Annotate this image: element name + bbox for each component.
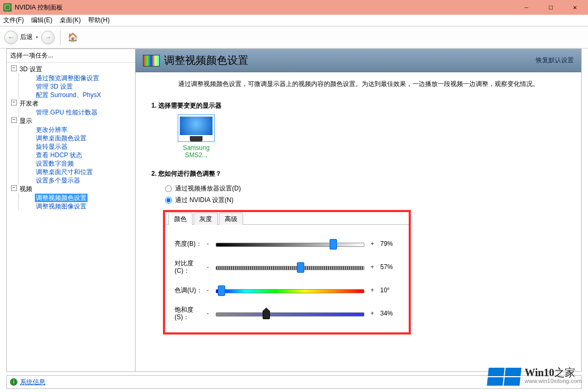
- hue-value: 10°: [376, 286, 399, 294]
- tree-node-dev: − 开发者 管理 GPU 性能计数器: [8, 99, 134, 117]
- back-label: 后退: [20, 33, 33, 42]
- tree-item[interactable]: 更改分辨率: [20, 126, 134, 134]
- tree-item[interactable]: 调整视频图像设置: [20, 202, 134, 211]
- task-tree-header: 选择一项任务...: [7, 49, 135, 63]
- contrast-slider[interactable]: [216, 263, 364, 271]
- tree-item[interactable]: 配置 Surround、PhysX: [20, 91, 134, 99]
- contrast-minus[interactable]: -: [204, 263, 211, 271]
- tree-item[interactable]: 查看 HDCP 状态: [20, 151, 134, 159]
- window-controls: ─ ☐ ✕: [514, 0, 587, 15]
- back-icon: ←: [4, 31, 18, 44]
- tab-color[interactable]: 颜色: [168, 213, 192, 225]
- toolbar: ← 后退 ▾ → 🏠: [0, 26, 588, 49]
- info-icon: i: [10, 378, 17, 386]
- menu-help[interactable]: 帮助(H): [88, 16, 110, 25]
- back-dropdown-icon[interactable]: ▾: [36, 35, 38, 40]
- page-header: 调整视频颜色设置 恢复默认设置: [136, 49, 581, 72]
- tab-gamma[interactable]: 灰度: [194, 213, 218, 225]
- task-tree-pane: 选择一项任务... − 3D 设置 通过预览调整图像设置 管理 3D 设置 配置…: [7, 49, 136, 371]
- tab-strip: 颜色 灰度 高级: [165, 212, 409, 225]
- tree-item[interactable]: 管理 GPU 性能计数器: [20, 108, 134, 117]
- hue-slider[interactable]: [216, 286, 364, 294]
- brightness-thumb[interactable]: [330, 239, 337, 250]
- radio-nvidia[interactable]: [165, 197, 172, 204]
- radio-nvidia-label: 通过 NVIDIA 设置(N): [175, 194, 234, 206]
- tree-label-dev: 开发者: [8, 99, 134, 108]
- tree-toggle-display[interactable]: −: [11, 117, 17, 123]
- contrast-row: 对比度(C)： - + 57%: [175, 255, 399, 279]
- tree-toggle-dev[interactable]: −: [11, 100, 17, 106]
- system-info-link[interactable]: 系统信息: [20, 378, 45, 387]
- tree-item[interactable]: 管理 3D 设置: [20, 82, 134, 91]
- minimize-button[interactable]: ─: [514, 0, 538, 15]
- nvidia-icon: [3, 3, 12, 12]
- tree-label-3d: 3D 设置: [8, 65, 134, 74]
- hue-thumb[interactable]: [218, 285, 225, 296]
- brightness-label: 亮度(B)：: [175, 240, 204, 247]
- color-bars-icon: [143, 55, 160, 66]
- tree-node-3d: − 3D 设置 通过预览调整图像设置 管理 3D 设置 配置 Surround、…: [8, 65, 134, 99]
- toolbar-separator: [60, 30, 61, 45]
- tree-item[interactable]: 调整桌面颜色设置: [20, 134, 134, 142]
- watermark-url: www.win10xitong.com: [525, 377, 582, 385]
- contrast-label: 对比度(C)：: [175, 260, 204, 274]
- monitor-icon: [178, 114, 215, 142]
- tab-advanced[interactable]: 高级: [219, 213, 243, 225]
- hue-plus[interactable]: +: [369, 286, 376, 294]
- radio-nvidia-row[interactable]: 通过 NVIDIA 设置(N): [165, 194, 565, 206]
- back-button[interactable]: ← 后退 ▾: [4, 31, 38, 44]
- menu-file[interactable]: 文件(F): [3, 16, 24, 25]
- monitor-selector[interactable]: Samsung SMS2...: [172, 114, 220, 159]
- tree-toggle-video[interactable]: −: [11, 185, 17, 191]
- monitor-label: Samsung SMS2...: [172, 144, 220, 159]
- tree-label-display: 显示: [8, 117, 134, 126]
- contrast-plus[interactable]: +: [369, 263, 376, 271]
- saturation-plus[interactable]: +: [369, 310, 376, 317]
- saturation-minus[interactable]: -: [204, 310, 211, 317]
- saturation-row: 饱和度(S)： - + 34%: [175, 302, 399, 325]
- saturation-slider[interactable]: [216, 310, 364, 317]
- content-area: 选择一项任务... − 3D 设置 通过预览调整图像设置 管理 3D 设置 配置…: [6, 49, 582, 372]
- saturation-label: 饱和度(S)：: [175, 306, 204, 321]
- slider-area: 亮度(B)： - + 79% 对比度(C)： -: [165, 225, 409, 332]
- window-title: NVIDIA 控制面板: [15, 3, 63, 12]
- hue-row: 色调(U)： - + 10°: [175, 279, 399, 302]
- titlebar: NVIDIA 控制面板 ─ ☐ ✕: [0, 0, 588, 15]
- radio-player-label: 通过视频播放器设置(D): [175, 183, 241, 194]
- brightness-plus[interactable]: +: [369, 240, 376, 247]
- tree-label-video: 视频: [8, 185, 134, 194]
- settings-pane: 调整视频颜色设置 恢复默认设置 通过调整视频颜色设置，可微调显示器上的视频内容的…: [136, 49, 581, 371]
- windows-logo-icon: [487, 368, 522, 386]
- hue-minus[interactable]: -: [204, 286, 211, 294]
- forward-button[interactable]: →: [41, 31, 55, 44]
- radio-player[interactable]: [165, 185, 172, 192]
- hue-track: [216, 289, 364, 293]
- tree-item[interactable]: 设置多个显示器: [20, 176, 134, 185]
- close-button[interactable]: ✕: [563, 0, 587, 15]
- saturation-value: 34%: [376, 310, 399, 317]
- restore-defaults-link[interactable]: 恢复默认设置: [536, 56, 574, 65]
- tree-item-selected[interactable]: 调整视频颜色设置: [35, 194, 88, 202]
- settings-scroll[interactable]: 1. 选择需要变更的显示器 Samsung SMS2... 2. 您如何进行颜色…: [136, 93, 581, 371]
- menu-edit[interactable]: 编辑(E): [31, 16, 52, 25]
- page-title: 调整视频颜色设置: [164, 53, 248, 68]
- brightness-track: [216, 243, 364, 247]
- contrast-value: 57%: [376, 263, 399, 271]
- tree-item[interactable]: 设置数字音频: [20, 159, 134, 168]
- tree-item[interactable]: 调整桌面尺寸和位置: [20, 168, 134, 176]
- tree-toggle-3d[interactable]: −: [11, 65, 17, 71]
- brightness-minus[interactable]: -: [204, 240, 211, 247]
- contrast-thumb[interactable]: [297, 262, 304, 273]
- radio-player-row[interactable]: 通过视频播放器设置(D): [165, 183, 565, 194]
- tree-item[interactable]: 通过预览调整图像设置: [20, 74, 134, 82]
- home-button[interactable]: 🏠: [66, 31, 80, 44]
- menu-desktop[interactable]: 桌面(K): [60, 16, 81, 25]
- watermark-text: Win10之家 www.win10xitong.com: [525, 368, 582, 385]
- task-tree[interactable]: − 3D 设置 通过预览调整图像设置 管理 3D 设置 配置 Surround、…: [7, 63, 135, 371]
- maximize-button[interactable]: ☐: [538, 0, 563, 15]
- tree-item[interactable]: 旋转显示器: [20, 142, 134, 151]
- tree-node-display: − 显示 更改分辨率 调整桌面颜色设置 旋转显示器 查看 HDCP 状态 设置数…: [8, 117, 134, 185]
- menubar: 文件(F) 编辑(E) 桌面(K) 帮助(H): [0, 15, 588, 26]
- brightness-slider[interactable]: [216, 240, 364, 247]
- saturation-thumb[interactable]: [263, 308, 270, 319]
